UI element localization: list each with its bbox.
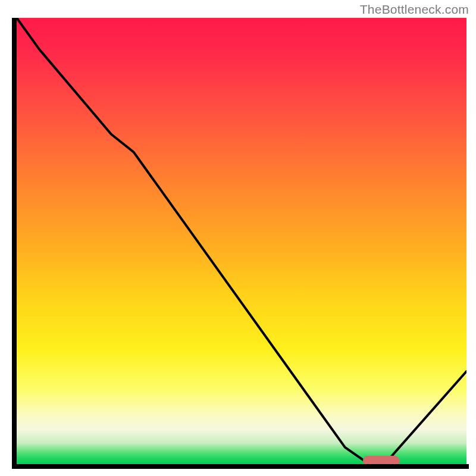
watermark-text: TheBottleneck.com <box>360 2 469 17</box>
chart-curve <box>17 18 466 465</box>
y-axis <box>12 18 17 465</box>
chart-plot-area <box>17 18 466 465</box>
x-axis <box>12 464 469 469</box>
